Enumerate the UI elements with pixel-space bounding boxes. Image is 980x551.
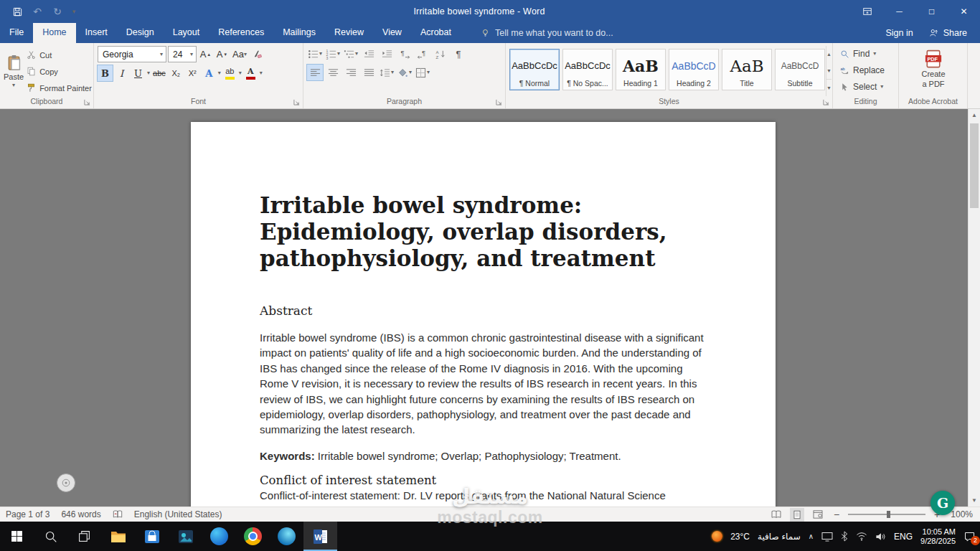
tab-references[interactable]: References <box>209 23 273 43</box>
tab-home[interactable]: Home <box>33 23 75 43</box>
display-tray-icon[interactable] <box>821 532 833 542</box>
clear-formatting-button[interactable] <box>250 47 265 62</box>
app-icon-browser[interactable] <box>270 522 303 551</box>
zoom-out-icon[interactable]: − <box>831 509 842 520</box>
font-family-combo[interactable]: Georgia▾ <box>98 46 166 62</box>
document-page[interactable]: Irritable bowel syndrome: Epidemiology, … <box>191 122 776 507</box>
minimize-button[interactable]: ─ <box>883 0 915 23</box>
tab-layout[interactable]: Layout <box>164 23 209 43</box>
zoom-slider-thumb[interactable] <box>887 511 890 518</box>
subscript-button[interactable]: X₂ <box>169 65 184 81</box>
scroll-up-icon[interactable]: ▲ <box>969 109 980 121</box>
paragraph-dialog-launcher-icon[interactable] <box>496 99 503 106</box>
word-count[interactable]: 646 words <box>61 509 100 519</box>
share-button[interactable]: Share <box>929 28 967 38</box>
align-left-button[interactable] <box>307 65 323 80</box>
select-button[interactable]: Select▾ <box>837 80 895 94</box>
shrink-font-button[interactable]: A▼ <box>215 47 230 62</box>
taskbar-word-button[interactable]: W <box>303 522 337 551</box>
bluetooth-tray-icon[interactable] <box>841 531 848 542</box>
paste-button[interactable]: Paste ▾ <box>4 46 24 96</box>
app-icon-photos[interactable] <box>169 522 202 551</box>
tab-review[interactable]: Review <box>325 23 373 43</box>
change-case-button[interactable]: Aa▾ <box>231 47 248 62</box>
font-color-button[interactable]: A <box>243 65 258 81</box>
tab-insert[interactable]: Insert <box>76 23 117 43</box>
zoom-level[interactable]: 100% <box>948 509 973 519</box>
text-effects-dropdown-icon[interactable]: ▾ <box>218 70 221 76</box>
bold-button[interactable]: B <box>98 65 113 81</box>
input-language-indicator[interactable]: ENG <box>894 532 913 542</box>
highlight-button[interactable]: ab <box>222 65 237 81</box>
weather-temp[interactable]: 23°C <box>730 532 750 542</box>
app-icon-chrome[interactable] <box>236 522 270 551</box>
sign-in-link[interactable]: Sign in <box>885 28 913 38</box>
qat-customize-icon[interactable]: ▾ <box>67 3 80 20</box>
find-button[interactable]: Find▾ <box>837 47 895 61</box>
create-pdf-button[interactable]: PDF Create a PDF <box>905 46 961 96</box>
scroll-down-icon[interactable]: ▼ <box>969 494 980 507</box>
multilevel-list-button[interactable]: ▾ <box>343 46 359 62</box>
page-indicator[interactable]: Page 1 of 3 <box>6 509 50 519</box>
font-dialog-launcher-icon[interactable] <box>293 99 301 106</box>
close-button[interactable]: ✕ <box>948 0 980 23</box>
maximize-button[interactable]: □ <box>915 0 948 23</box>
shading-button[interactable]: ▾ <box>397 65 413 80</box>
show-hide-pilcrow-button[interactable]: ¶ <box>451 46 466 62</box>
task-view-icon[interactable] <box>67 522 101 551</box>
borders-button[interactable]: ▾ <box>415 65 430 80</box>
read-mode-icon[interactable] <box>769 508 783 522</box>
proofing-icon[interactable] <box>113 509 123 519</box>
text-effects-button[interactable]: A <box>202 65 217 81</box>
clock[interactable]: 10:05 AM 9/28/2025 <box>920 527 956 546</box>
style-title[interactable]: AaB Title <box>722 49 772 90</box>
action-center-icon[interactable]: 2 <box>963 531 976 542</box>
font-size-combo[interactable]: 24▾ <box>168 46 197 62</box>
align-right-button[interactable] <box>343 65 359 80</box>
tab-view[interactable]: View <box>373 23 411 43</box>
underline-button[interactable]: U <box>131 65 146 81</box>
weather-description[interactable]: سماء صافية <box>758 532 801 542</box>
paste-dropdown-icon[interactable]: ▾ <box>12 83 15 88</box>
cut-button[interactable]: Cut <box>27 48 92 62</box>
font-color-dropdown-icon[interactable]: ▾ <box>260 70 263 76</box>
tab-mailings[interactable]: Mailings <box>273 23 325 43</box>
rtl-text-direction-button[interactable]: ¶ <box>415 46 430 62</box>
undo-icon[interactable]: ↶ <box>27 3 47 20</box>
app-icon-store[interactable] <box>135 522 169 551</box>
start-button[interactable] <box>0 522 34 551</box>
scrollbar-thumb[interactable] <box>970 123 979 208</box>
style-normal[interactable]: AaBbCcDc ¶ Normal <box>509 49 560 90</box>
tab-acrobat[interactable]: Acrobat <box>411 23 461 43</box>
tab-file[interactable]: File <box>0 23 33 43</box>
grow-font-button[interactable]: A▲ <box>198 47 213 62</box>
search-icon[interactable] <box>34 522 67 551</box>
replace-button[interactable]: ab Replace <box>837 63 895 77</box>
ribbon-display-options-icon[interactable] <box>851 0 883 23</box>
style-subtitle[interactable]: AaBbCcD Subtitle <box>775 49 825 90</box>
style-no-spacing[interactable]: AaBbCcDc ¶ No Spac... <box>562 49 613 90</box>
web-layout-icon[interactable] <box>811 508 825 522</box>
tell-me-box[interactable]: Tell me what you want to do... <box>471 23 623 43</box>
italic-button[interactable]: I <box>114 65 129 81</box>
underline-dropdown-icon[interactable]: ▾ <box>147 70 150 76</box>
highlight-dropdown-icon[interactable]: ▾ <box>239 70 242 76</box>
copy-button[interactable]: Copy <box>27 65 92 78</box>
ltr-text-direction-button[interactable]: ¶ <box>397 46 413 62</box>
superscript-button[interactable]: X² <box>185 65 200 81</box>
style-heading2[interactable]: AaBbCcD Heading 2 <box>669 49 719 90</box>
tab-design[interactable]: Design <box>117 23 164 43</box>
decrease-indent-button[interactable] <box>361 46 377 62</box>
justify-button[interactable] <box>361 65 377 80</box>
align-center-button[interactable] <box>325 65 341 80</box>
styles-dialog-launcher-icon[interactable] <box>823 99 830 106</box>
floating-widget-button[interactable] <box>57 474 75 492</box>
styles-gallery-up-icon[interactable]: ▲ <box>826 46 831 62</box>
numbering-button[interactable]: 123▾ <box>325 46 341 62</box>
wifi-tray-icon[interactable] <box>856 532 867 541</box>
grammarly-button[interactable]: G <box>930 491 955 515</box>
clipboard-dialog-launcher-icon[interactable] <box>84 99 91 106</box>
style-heading1[interactable]: AaB Heading 1 <box>616 49 666 90</box>
redo-icon[interactable]: ↻ <box>47 3 67 20</box>
hidden-icons-chevron[interactable]: ∧ <box>809 532 814 540</box>
